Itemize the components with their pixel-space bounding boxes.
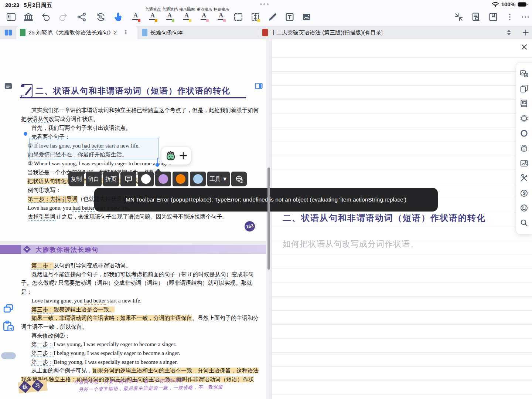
color-white-button[interactable] xyxy=(138,172,154,186)
page-number-badge: 163 xyxy=(244,220,256,232)
doc-line: Love having gone, you had better start a… xyxy=(21,297,261,305)
dollar-icon[interactable]: $ xyxy=(519,189,529,198)
tab-document-2[interactable]: 长难句例句本 xyxy=(138,26,257,39)
svg-text:$: $ xyxy=(523,190,525,196)
translate-image-icon[interactable]: A xyxy=(519,69,529,78)
close-icon[interactable] xyxy=(520,43,528,51)
web-help-button[interactable]: ? xyxy=(231,172,247,186)
photo-icon[interactable] xyxy=(519,159,529,168)
redo-icon[interactable] xyxy=(58,12,68,22)
tools-button[interactable]: 工具 ▼ xyxy=(207,172,230,186)
doc-line: 再来修改例②： xyxy=(21,332,261,341)
robot-icon[interactable] xyxy=(519,143,529,153)
copy-pages-icon[interactable] xyxy=(519,84,529,93)
library-icon[interactable] xyxy=(23,12,34,22)
add-excerpt-icon[interactable] xyxy=(179,152,187,160)
doc-search-icon[interactable] xyxy=(471,12,481,22)
smiley-wink-icon[interactable] xyxy=(519,203,529,213)
copy-selection-icon[interactable] xyxy=(3,304,13,313)
doc-line: 如果一致，非谓语动词的主语省略；如果不一致，分词的主语保留。显然上面句子的主语和… xyxy=(21,314,261,331)
excerpt-style-1-button[interactable]: A xyxy=(131,12,141,22)
toolbar-pointer xyxy=(155,169,161,172)
tab-menu-icon[interactable]: ••• xyxy=(125,30,127,35)
color-blue-button[interactable] xyxy=(190,172,206,186)
globe-help-icon: ? xyxy=(235,175,244,183)
split-page-icon[interactable] xyxy=(255,82,263,89)
annotation-list-icon[interactable] xyxy=(4,82,12,89)
color-dot xyxy=(141,174,151,184)
title-underline xyxy=(20,97,246,98)
scrollbar-thumb[interactable] xyxy=(267,168,270,270)
more-horizontal-icon[interactable] xyxy=(520,12,531,22)
split-view-icon[interactable] xyxy=(4,29,12,36)
tools-icon[interactable] xyxy=(519,173,529,183)
svg-text:A·Z: A·Z xyxy=(523,102,527,104)
dictionary-icon[interactable]: A·Z xyxy=(519,99,529,108)
excerpt-style-label: 重点摘录 xyxy=(197,7,212,12)
add-tab-icon[interactable] xyxy=(522,29,529,36)
excerpt-title[interactable]: 二、状语从句和非谓语动词（短语）作状语的转化 xyxy=(283,212,486,224)
error-message: MN Toolbar Error (popupReplace): TypeErr… xyxy=(126,196,406,203)
selection-handle-end[interactable] xyxy=(156,163,159,167)
blank-button[interactable]: 留白 xyxy=(86,172,102,186)
selection-handle-start[interactable] xyxy=(24,132,27,136)
quick-action-popup[interactable] xyxy=(161,147,191,165)
text-box-icon[interactable] xyxy=(284,12,295,22)
doc-line: ② When I was young, I was especially eag… xyxy=(21,159,261,168)
burst-icon[interactable] xyxy=(519,114,529,123)
battery-icon xyxy=(518,2,528,7)
circle-icon[interactable] xyxy=(519,129,529,138)
more-vertical-icon[interactable] xyxy=(505,12,515,22)
excerpt-style-4-button[interactable]: A xyxy=(182,12,192,22)
book-icon[interactable] xyxy=(488,12,498,22)
document-page[interactable]: 二、状语从句和非谓语动词（短语）作状语的转化 其实我们第一章讲的非谓语动词和独立… xyxy=(0,39,266,399)
book-thumbnail xyxy=(20,29,25,36)
selection-toolbar: 复制留白折页工具 ▼? xyxy=(68,172,247,186)
marginnote-app: 20:23 5月2日周五 100% AA普通重点A普通遮挡A摘录脑图A重点摘录A… xyxy=(0,0,532,399)
comment-button[interactable] xyxy=(120,172,136,186)
dashed-select-icon[interactable] xyxy=(233,12,243,22)
copy-button[interactable]: 复制 xyxy=(68,172,84,186)
paste-style-icon[interactable]: H xyxy=(3,320,14,332)
undo-icon[interactable] xyxy=(41,12,51,22)
collapsed-handle[interactable] xyxy=(1,352,16,359)
excerpt-style-label: 普通遮挡 xyxy=(162,7,178,12)
text-selection-box[interactable] xyxy=(29,138,158,159)
search-icon[interactable] xyxy=(519,218,529,227)
hand-pointer-icon[interactable] xyxy=(113,12,123,22)
chapter-banner: 大雁教你语法长难句 xyxy=(0,245,266,254)
tab-title: 十二天突破英语语法 (第三版)(扫描版)(有目录) (武... xyxy=(271,29,382,36)
page-gap xyxy=(0,241,266,245)
excerpt-style-6-button[interactable]: A xyxy=(216,12,226,22)
tab-document-3[interactable]: 十二天突破英语语法 (第三版)(扫描版)(有目录) (武... xyxy=(259,26,386,39)
clock: 20:23 xyxy=(5,2,19,8)
share-nodes-icon[interactable] xyxy=(76,12,87,22)
color-orange-button[interactable] xyxy=(173,172,188,186)
image-box-icon[interactable] xyxy=(301,12,312,22)
robot-assistant-icon[interactable] xyxy=(165,150,176,162)
tab-title: 长难句例句本 xyxy=(150,29,184,36)
excerpt-style-label: 普通重点 xyxy=(145,7,161,12)
excerpt-style-2-button[interactable]: A xyxy=(148,12,158,22)
color-dot xyxy=(176,174,185,184)
float-tool-panel: AA·Z$ xyxy=(516,62,532,234)
excerpt-style-5-button[interactable]: A xyxy=(199,12,209,22)
sync-settings-icon[interactable] xyxy=(96,12,106,22)
doc-line: 其实我们第一章讲的非谓语动词和独立主格已经涵盖这个考点了，但是，此处我们着眼于如… xyxy=(21,106,261,124)
tab-separator xyxy=(258,28,258,37)
collapse-icon[interactable] xyxy=(454,12,464,22)
comment-icon xyxy=(124,175,133,183)
excerpt-style-3-button[interactable]: A xyxy=(165,12,175,22)
fold-page-button[interactable]: 折页 xyxy=(103,172,119,186)
sidebar-panel-icon[interactable] xyxy=(6,12,16,22)
tab-sort-icon[interactable] xyxy=(506,29,512,36)
color-purple-button[interactable] xyxy=(155,172,171,186)
pencil-icon[interactable] xyxy=(267,12,278,22)
doc-line: 第二步：I being young, I was especially eage… xyxy=(21,349,261,358)
tab-bar: 25 刘晓艳《大雁教你语法长难句》2 ••• 长难句例句本 十二天突破英语语法 … xyxy=(0,26,532,40)
error-toast: MN Toolbar Error (popupReplace): TypeErr… xyxy=(94,188,438,212)
tab-document-1[interactable]: 25 刘晓艳《大雁教你语法长难句》2 ••• xyxy=(16,26,137,39)
excerpt-comment[interactable]: 如何把状语从句改写成分词作状语。 xyxy=(283,239,419,250)
practice-badge: 练 习 xyxy=(18,377,49,398)
expand-vertical-icon[interactable] xyxy=(250,12,260,22)
